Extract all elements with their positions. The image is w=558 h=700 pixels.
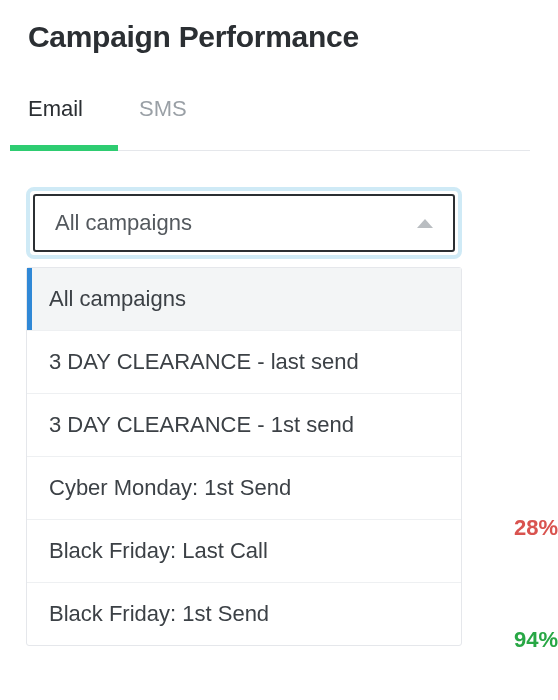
campaign-option[interactable]: 3 DAY CLEARANCE - last send <box>27 331 461 394</box>
tab-label: Email <box>28 96 83 121</box>
metric-value-green: 94% <box>514 627 558 653</box>
chevron-up-icon <box>417 219 433 228</box>
campaign-select-trigger[interactable]: All campaigns <box>33 194 455 252</box>
dropdown-focus-ring: All campaigns <box>26 187 462 259</box>
page-title: Campaign Performance <box>28 20 530 54</box>
tab-email[interactable]: Email <box>28 96 83 150</box>
active-tab-indicator <box>10 145 118 151</box>
campaign-select-menu: All campaigns 3 DAY CLEARANCE - last sen… <box>26 267 462 646</box>
campaign-select-value: All campaigns <box>55 210 192 236</box>
campaign-option[interactable]: All campaigns <box>27 268 461 331</box>
campaign-option[interactable]: Black Friday: Last Call <box>27 520 461 583</box>
tab-sms[interactable]: SMS <box>139 96 187 150</box>
tab-label: SMS <box>139 96 187 121</box>
campaign-option[interactable]: Cyber Monday: 1st Send <box>27 457 461 520</box>
campaign-option[interactable]: Black Friday: 1st Send <box>27 583 461 645</box>
campaign-option[interactable]: 3 DAY CLEARANCE - 1st send <box>27 394 461 457</box>
channel-tabs: Email SMS <box>28 96 530 151</box>
campaign-dropdown: All campaigns All campaigns 3 DAY CLEARA… <box>26 187 462 646</box>
metric-value-red: 28% <box>514 515 558 541</box>
